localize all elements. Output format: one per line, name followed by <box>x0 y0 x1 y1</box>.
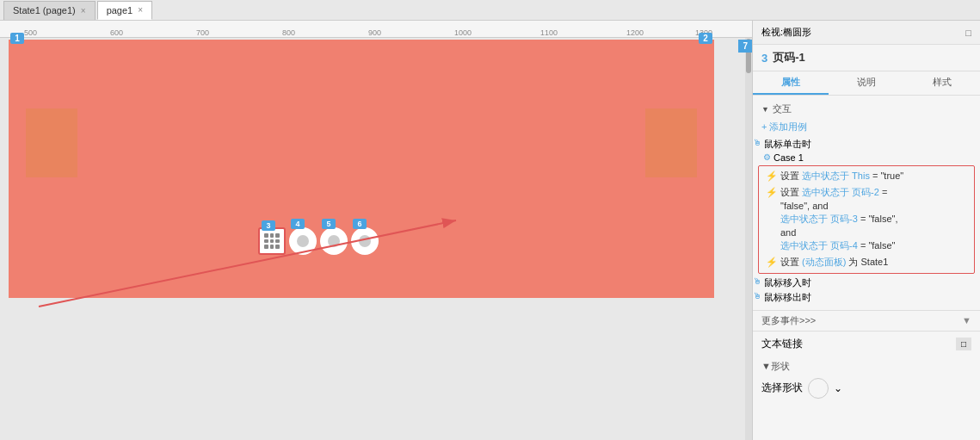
dot-icon-5 <box>328 235 340 247</box>
gc5 <box>270 239 274 244</box>
text-link-label: 文本链接 <box>761 337 803 351</box>
shape-circle-preview <box>808 378 829 399</box>
dot-icon-6 <box>359 235 371 247</box>
gc8 <box>270 245 274 249</box>
page-item-3[interactable]: 3 <box>258 227 286 255</box>
badge-4: 4 <box>291 219 305 229</box>
text-link-section: 文本链接 □ <box>753 331 980 356</box>
shape-label-text: 形状 <box>771 360 790 373</box>
action-1: ⚡ 设置 选中状态于 This = "true" <box>762 168 971 184</box>
mouse-leave-label: 鼠标移出时 <box>764 291 811 304</box>
shape-selector: 选择形状 ⌄ <box>761 376 971 400</box>
panel-body: ▼ 交互 + 添加用例 🖱 鼠标单击时 ⚙ Case 1 <box>753 96 980 440</box>
ruler-mark-1100: 1100 <box>540 28 558 37</box>
red-arrow-svg <box>34 212 465 315</box>
lightning-icon-1: ⚡ <box>766 170 778 182</box>
shape-dropdown-icon[interactable]: ⌄ <box>834 382 842 394</box>
mouse-leave-icon: 🖱 <box>753 291 761 301</box>
interaction-label: 交互 <box>773 102 792 115</box>
gc3 <box>275 233 280 238</box>
case-1-label: Case 1 <box>774 152 804 163</box>
event-mouse-click: 🖱 鼠标单击时 <box>753 137 980 152</box>
action-3: ⚡ 设置 (动态面板) 为 State1 <box>762 254 971 270</box>
add-case-text: + 添加用例 <box>761 121 807 133</box>
add-case-link[interactable]: + 添加用例 <box>753 119 980 135</box>
design-canvas[interactable]: 1 2 3 <box>9 40 714 298</box>
ruler-mark-1200: 1200 <box>626 28 644 37</box>
action-3-text: 设置 (动态面板) 为 State1 <box>780 256 888 269</box>
text-link-button[interactable]: □ <box>956 338 971 350</box>
gc6 <box>275 239 280 244</box>
dot-icon-4 <box>297 235 309 247</box>
panel-tabs: 属性 说明 样式 <box>753 71 980 96</box>
page-item-5[interactable]: 5 <box>320 227 348 255</box>
action-2-highlight1: 选中状态于 页码-2 <box>802 187 879 197</box>
shape-selector-label: 选择形状 <box>761 381 803 395</box>
actions-highlight-box: ⚡ 设置 选中状态于 This = "true" ⚡ 设置 选中状态于 页码-2… <box>758 165 975 274</box>
action-2-highlight3: 选中状态于 页码-4 <box>780 240 858 251</box>
canvas-wrapper: 500 600 700 800 900 1000 1100 1200 1300 … <box>0 21 752 440</box>
svg-line-1 <box>39 220 456 307</box>
mouse-click-icon: 🖱 <box>753 138 761 147</box>
tab-dynamic-panel[interactable]: State1 (page1) × <box>3 1 96 20</box>
shape-chevron: ▼ <box>761 361 771 371</box>
panel-header-expand-icon[interactable]: □ <box>965 28 971 38</box>
case-tree: 🖱 鼠标单击时 ⚙ Case 1 ⚡ 设置 选中状态于 This = "true… <box>753 135 980 307</box>
orange-box-right <box>645 108 697 177</box>
ruler-mark-900: 900 <box>368 28 381 37</box>
action-1-text: 设置 选中状态于 This = "true" <box>780 170 903 183</box>
grid-icon <box>264 233 280 249</box>
main-area: 500 600 700 800 900 1000 1100 1200 1300 … <box>0 21 980 440</box>
gc1 <box>264 233 268 238</box>
gc7 <box>264 245 268 249</box>
ruler-mark-500: 500 <box>24 28 37 37</box>
case-icon: ⚙ <box>763 152 771 162</box>
mouse-enter-icon: 🖱 <box>753 276 761 286</box>
section-title: 页码-1 <box>773 50 805 65</box>
panel-header-title: 检视:椭圆形 <box>761 26 811 39</box>
ruler-mark-800: 800 <box>282 28 295 37</box>
shape-section: ▼ 形状 选择形状 ⌄ <box>753 356 980 404</box>
event-mouse-leave: 🖱 鼠标移出时 <box>753 290 980 305</box>
more-events-label: 更多事件>>> <box>761 314 816 327</box>
action-2: ⚡ 设置 选中状态于 页码-2 = "false", and 选中状态于 页码-… <box>762 184 971 254</box>
tab-close-page1[interactable]: × <box>138 5 143 15</box>
gc4 <box>264 239 268 244</box>
badge-7: 7 <box>738 40 752 53</box>
action-2-text: 设置 选中状态于 页码-2 = "false", and 选中状态于 页码-3 … <box>780 186 897 252</box>
ruler-mark-1000: 1000 <box>454 28 472 37</box>
badge-5: 5 <box>322 219 336 229</box>
orange-box-left <box>26 108 77 177</box>
badge-2: 2 <box>699 33 712 44</box>
tab-props[interactable]: 属性 <box>753 71 829 95</box>
action-1-highlight: 选中状态于 This <box>802 170 870 181</box>
lightning-icon-2: ⚡ <box>766 187 778 198</box>
section-num: 3 <box>761 52 767 65</box>
action-3-highlight: (动态面板) <box>802 257 846 267</box>
tab-bar: State1 (page1) × page1 × <box>0 0 980 21</box>
event-mouse-enter: 🖱 鼠标移入时 <box>753 276 980 290</box>
action-2-highlight2: 选中状态于 页码-3 <box>780 214 858 224</box>
tab-page1[interactable]: page1 × <box>97 1 152 20</box>
vertical-scrollbar[interactable] <box>745 38 752 440</box>
panel-header: 检视:椭圆形 □ <box>753 21 980 45</box>
mouse-click-label: 鼠标单击时 <box>764 138 811 151</box>
gc2 <box>270 233 274 238</box>
right-panel: 检视:椭圆形 □ 3 页码-1 属性 说明 样式 ▼ 交互 + 添加用例 <box>752 21 980 440</box>
ruler-mark-600: 600 <box>110 28 123 37</box>
tab-close-dynamic[interactable]: × <box>81 6 86 15</box>
tab-style[interactable]: 样式 <box>904 71 980 95</box>
tab-notes[interactable]: 说明 <box>829 71 904 95</box>
gc9 <box>275 245 280 249</box>
tab-page1-label: page1 <box>107 5 133 15</box>
mouse-enter-label: 鼠标移入时 <box>764 276 811 289</box>
badge-1: 1 <box>10 33 24 44</box>
more-events[interactable]: 更多事件>>> ▼ <box>753 310 980 331</box>
chevron-down-icon: ▼ <box>761 105 769 114</box>
page-item-4[interactable]: 4 <box>289 227 317 255</box>
page-item-6[interactable]: 6 <box>351 227 379 255</box>
ruler-top: 500 600 700 800 900 1000 1100 1200 1300 <box>0 21 752 38</box>
case-1: ⚙ Case 1 <box>763 152 980 164</box>
panel-section-title: 3 页码-1 <box>753 45 980 71</box>
badge-6: 6 <box>353 219 367 229</box>
